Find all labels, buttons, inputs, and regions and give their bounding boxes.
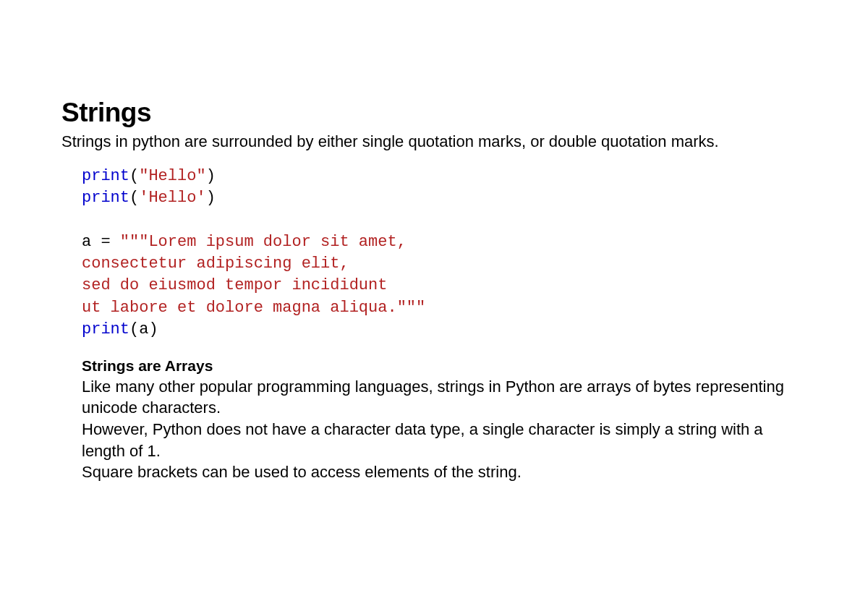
code-string: """Lorem ipsum dolor sit amet,	[120, 233, 407, 251]
sub-paragraph: Square brackets can be used to access el…	[82, 461, 807, 483]
code-block: print("Hello") print('Hello') a = """Lor…	[82, 166, 807, 341]
code-paren: (	[129, 167, 139, 185]
code-keyword: print	[82, 167, 129, 185]
code-string: consectetur adipiscing elit,	[82, 255, 349, 273]
page-heading: Strings	[61, 98, 807, 128]
code-paren: )	[206, 189, 216, 207]
code-paren: )	[206, 167, 216, 185]
subheading: Strings are Arrays	[82, 357, 807, 375]
code-paren: (	[129, 189, 139, 207]
code-keyword: print	[82, 189, 129, 207]
sub-paragraph: Like many other popular programming lang…	[82, 376, 807, 419]
sub-paragraph: However, Python does not have a characte…	[82, 419, 807, 461]
code-assignment: a =	[82, 233, 120, 251]
code-string: sed do eiusmod tempor incididunt	[82, 276, 387, 294]
code-string: ut labore et dolore magna aliqua."""	[82, 299, 425, 317]
intro-paragraph: Strings in python are surrounded by eith…	[61, 131, 807, 153]
code-keyword: print	[82, 320, 129, 338]
code-string: "Hello"	[139, 167, 205, 185]
code-string: 'Hello'	[139, 189, 205, 207]
code-paren: (a)	[129, 320, 158, 338]
sub-body: Like many other popular programming lang…	[82, 376, 807, 483]
